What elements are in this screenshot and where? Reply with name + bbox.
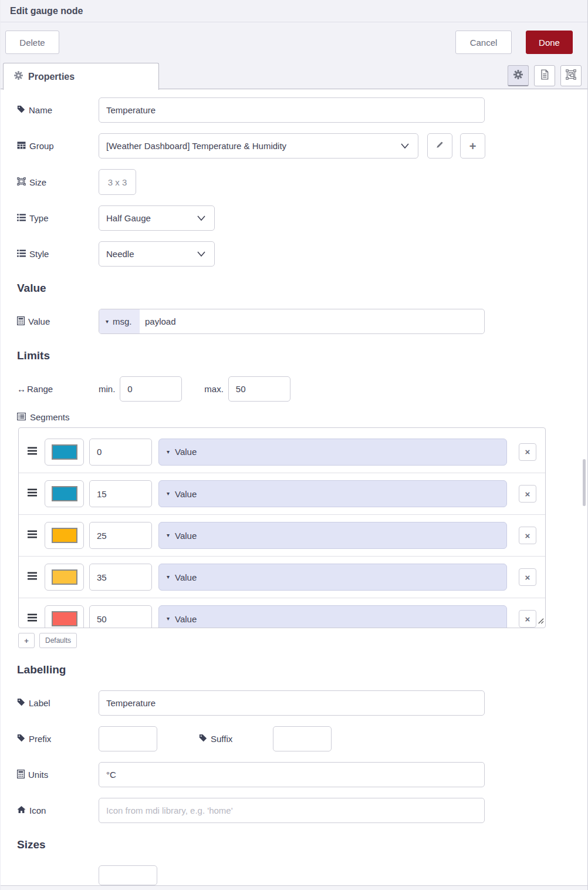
segment-color-chip (52, 444, 77, 460)
range-min-label: min. (99, 384, 115, 394)
tab-properties[interactable]: Properties (3, 63, 159, 90)
dialog-title: Edit gauge node (10, 6, 83, 16)
name-input[interactable] (99, 97, 485, 123)
value-row: Value ▾ msg. payload (1, 309, 587, 334)
chevron-down-icon (197, 249, 206, 259)
sizes-partial-input[interactable] (99, 865, 157, 885)
suffix-label: Suffix (199, 734, 232, 744)
remove-segment-button[interactable]: × (519, 610, 536, 628)
resize-handle[interactable] (536, 616, 544, 626)
segment-color-button[interactable] (45, 480, 84, 507)
prefix-input[interactable] (99, 726, 157, 751)
description-tab-button[interactable] (534, 65, 555, 86)
segment-type-select[interactable]: ▾ Value (158, 439, 507, 466)
units-input[interactable] (99, 762, 485, 787)
add-group-button[interactable]: + (460, 133, 485, 159)
segment-value-input[interactable] (89, 605, 152, 628)
gear-icon (14, 71, 23, 82)
tab-properties-label: Properties (28, 72, 75, 82)
segment-color-button[interactable] (45, 564, 84, 591)
segments-defaults-button[interactable]: Defaults (39, 633, 77, 648)
sizes-section-heading: Sizes (17, 838, 587, 851)
label-input[interactable] (99, 690, 485, 716)
tag-icon (199, 734, 207, 744)
action-bar: Delete Cancel Done (1, 22, 587, 62)
icon-label: Icon (1, 805, 99, 815)
segment-color-button[interactable] (45, 522, 84, 549)
remove-segment-button[interactable]: × (519, 568, 536, 586)
tag-icon (17, 698, 25, 708)
appearance-tab-button[interactable] (560, 65, 582, 86)
segment-row: ▾ Value × (19, 598, 545, 628)
table-icon (17, 141, 26, 151)
type-label: Type (1, 213, 99, 223)
suffix-input[interactable] (273, 726, 332, 751)
group-label: Group (1, 141, 99, 151)
prefix-label: Prefix (1, 734, 99, 744)
home-icon (17, 805, 26, 815)
delete-button[interactable]: Delete (5, 31, 59, 54)
units-row: Units (1, 762, 587, 787)
segment-type-select[interactable]: ▾ Value (158, 564, 507, 591)
size-button[interactable]: 3 x 3 (99, 169, 136, 195)
value-typed-input[interactable]: ▾ msg. payload (99, 309, 485, 334)
value-type-selector[interactable]: ▾ msg. (99, 309, 140, 333)
arrows-horizontal-icon: ↔ (17, 384, 26, 394)
icon-row: Icon (1, 798, 587, 823)
segment-color-button[interactable] (45, 605, 84, 628)
object-group-icon (17, 177, 26, 187)
drag-handle-icon[interactable] (28, 530, 40, 541)
segment-value-input[interactable] (89, 480, 152, 507)
style-label: Style (1, 249, 99, 259)
segment-type-select[interactable]: ▾ Value (158, 522, 507, 549)
segments-actions: + Defaults (18, 633, 587, 648)
caret-down-icon: ▾ (106, 319, 109, 325)
drag-handle-icon[interactable] (28, 447, 40, 457)
edit-gauge-node-dialog: Edit gauge node Delete Cancel Done Prope… (0, 0, 588, 890)
range-label: ↔ Range (1, 384, 99, 394)
segment-color-chip (52, 611, 77, 626)
range-min-input[interactable] (120, 376, 182, 402)
segment-color-chip (52, 486, 77, 501)
segment-value-input[interactable] (89, 522, 152, 549)
add-segment-button[interactable]: + (18, 633, 35, 648)
style-select[interactable]: Needle (99, 241, 215, 267)
segment-value-input[interactable] (89, 439, 152, 466)
icon-input[interactable] (99, 798, 485, 823)
drag-handle-icon[interactable] (28, 488, 40, 499)
caret-down-icon: ▾ (167, 616, 170, 622)
segment-type-label: Value (175, 447, 197, 457)
segment-color-button[interactable] (45, 439, 84, 466)
plus-icon: + (469, 140, 477, 152)
properties-gear-tab-button[interactable] (508, 65, 529, 86)
segment-row: ▾ Value × (19, 473, 545, 514)
drag-handle-icon[interactable] (28, 613, 40, 624)
segment-color-chip (52, 569, 77, 585)
list-box-icon (17, 412, 26, 422)
remove-segment-button[interactable]: × (519, 527, 536, 544)
size-label: Size (1, 177, 99, 187)
group-select[interactable]: [Weather Dashboard] Temperature & Humidi… (99, 133, 418, 159)
limits-section-heading: Limits (17, 349, 587, 362)
segment-row: ▾ Value × (19, 556, 545, 598)
gear-icon (513, 70, 523, 82)
done-button[interactable]: Done (526, 31, 573, 54)
range-row: ↔ Range min. max. (1, 376, 587, 402)
dialog-bottom-edge (1, 885, 587, 890)
remove-segment-button[interactable]: × (519, 485, 536, 503)
segment-type-select[interactable]: ▾ Value (158, 605, 507, 628)
remove-segment-button[interactable]: × (519, 443, 536, 461)
drag-handle-icon[interactable] (28, 572, 40, 582)
type-select[interactable]: Half Gauge (99, 205, 215, 231)
cancel-button[interactable]: Cancel (455, 31, 512, 54)
group-row: Group [Weather Dashboard] Temperature & … (1, 133, 587, 159)
range-max-input[interactable] (228, 376, 290, 402)
segment-value-input[interactable] (89, 564, 152, 591)
segment-type-label: Value (175, 531, 197, 541)
segment-type-select[interactable]: ▾ Value (158, 480, 507, 507)
scrollbar-thumb[interactable] (583, 459, 586, 506)
name-row: Name (1, 97, 587, 123)
edit-group-button[interactable] (427, 133, 452, 159)
range-max-label: max. (204, 384, 224, 394)
units-label: Units (1, 770, 99, 780)
